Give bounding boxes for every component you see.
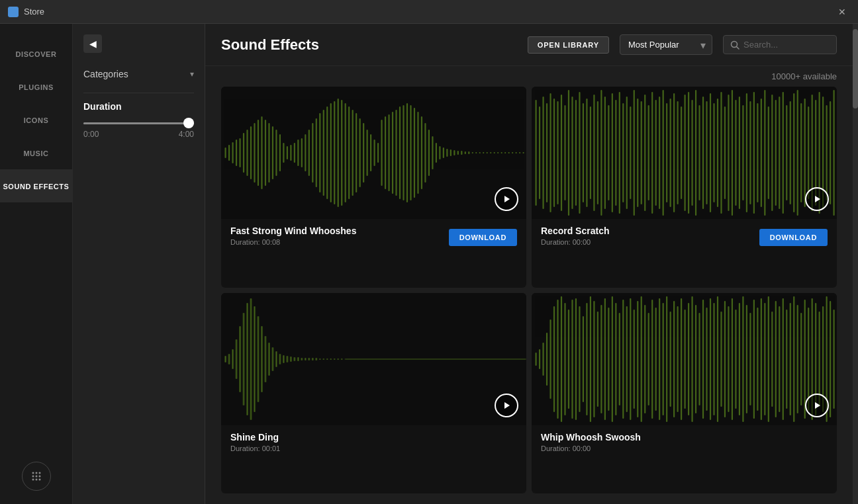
svg-rect-177 [834,90,835,216]
svg-rect-13 [232,142,233,163]
svg-rect-287 [800,313,802,405]
card-info-4: Whip Whoosh Swoosh Duration: 00:00 [541,432,641,452]
svg-rect-244 [644,305,645,413]
svg-rect-275 [757,308,758,411]
waveform-2 [532,87,837,219]
app-icon [8,7,19,17]
play-button-4[interactable] [805,394,829,417]
sort-dropdown[interactable]: Most Popular Newest Oldest A-Z Z-A [620,34,712,55]
svg-rect-231 [597,312,598,407]
sidebar-item-plugins[interactable]: PLUGINS [0,70,72,103]
search-input[interactable] [743,40,830,50]
svg-rect-153 [746,93,747,212]
svg-rect-39 [326,106,328,199]
categories-row[interactable]: Categories ▾ [83,63,194,85]
svg-rect-122 [634,90,635,216]
svg-rect-21 [261,116,262,189]
svg-rect-76 [461,151,462,155]
svg-rect-271 [742,296,743,422]
sidebar-item-discover[interactable]: DISCOVER [0,37,72,70]
svg-rect-127 [651,92,653,214]
chevron-down-icon: ▾ [190,69,194,79]
svg-rect-11 [224,147,226,158]
close-button[interactable]: ✕ [834,5,850,19]
download-button-1[interactable]: DOWNLOAD [449,229,517,246]
card-title-1: Fast Strong Wind Whooshes [230,226,356,236]
scrollbar-thumb[interactable] [853,29,858,108]
svg-rect-44 [345,103,346,202]
categories-label: Categories [83,69,128,79]
svg-rect-143 [710,93,711,212]
waveform-svg-2 [532,87,837,219]
svg-rect-149 [732,90,733,216]
sidebar-item-music[interactable]: MUSIC [0,136,72,169]
play-button-3[interactable] [495,394,518,417]
svg-rect-163 [783,92,784,214]
svg-rect-45 [348,106,350,199]
svg-point-1 [35,472,37,474]
play-icon-1 [502,195,510,203]
duration-range-slider[interactable] [83,118,194,128]
search-icon [730,40,739,50]
svg-rect-218 [549,319,551,399]
svg-rect-130 [663,90,664,216]
play-button-1[interactable] [495,187,518,211]
svg-rect-175 [826,105,828,200]
svg-rect-129 [659,97,660,209]
svg-rect-250 [666,296,667,422]
svg-rect-279 [771,312,773,407]
svg-rect-201 [305,358,306,360]
title-bar-title: Store [24,7,44,17]
svg-rect-192 [272,347,273,371]
svg-rect-113 [600,90,602,216]
svg-rect-221 [561,296,562,422]
svg-rect-47 [356,113,357,192]
sound-card-2: Record Scratch Duration: 00:00 DOWNLOAD [532,87,837,288]
scrollbar-track[interactable] [853,24,858,504]
svg-rect-119 [622,103,624,202]
svg-rect-70 [439,146,440,159]
svg-rect-89 [508,152,510,153]
svg-rect-246 [651,300,653,419]
svg-rect-278 [768,296,769,422]
svg-rect-103 [564,105,565,200]
main-content: Sound Effects OPEN LIBRARY Most Popular … [205,24,853,504]
svg-rect-272 [746,305,747,413]
svg-rect-252 [673,301,675,417]
svg-rect-69 [436,143,437,163]
svg-rect-216 [542,343,544,376]
svg-rect-249 [663,303,664,415]
range-labels: 0:00 4:00 [83,130,194,139]
sidebar-item-icons[interactable]: ICONS [0,103,72,136]
svg-rect-205 [319,358,320,360]
svg-rect-155 [753,92,755,214]
svg-rect-230 [593,301,595,417]
play-icon-2 [813,195,821,203]
svg-rect-157 [761,99,762,207]
svg-rect-292 [819,312,820,407]
svg-rect-141 [702,97,704,209]
svg-rect-227 [583,316,584,402]
svg-rect-123 [637,99,638,207]
svg-rect-66 [424,123,426,183]
svg-rect-37 [319,113,320,192]
svg-rect-16 [243,133,244,173]
card-duration-3: Duration: 00:01 [230,444,280,452]
svg-rect-57 [392,112,393,194]
open-library-button[interactable]: OPEN LIBRARY [528,36,609,54]
play-button-2[interactable] [805,187,829,211]
svg-rect-243 [641,296,642,422]
svg-rect-154 [749,101,751,204]
svg-rect-204 [316,358,317,360]
svg-rect-81 [479,152,481,153]
grid-menu-button[interactable] [22,462,51,491]
svg-rect-254 [681,298,682,420]
svg-rect-100 [553,99,555,207]
sidebar-toggle-button[interactable]: ◀ [83,34,102,53]
download-button-2[interactable]: DOWNLOAD [759,229,828,246]
svg-rect-282 [783,298,784,420]
sidebar-item-sound-effects[interactable]: SOUND EFFECTS [0,169,72,202]
svg-rect-241 [634,310,635,409]
svg-rect-87 [501,152,502,153]
svg-rect-242 [637,301,638,417]
